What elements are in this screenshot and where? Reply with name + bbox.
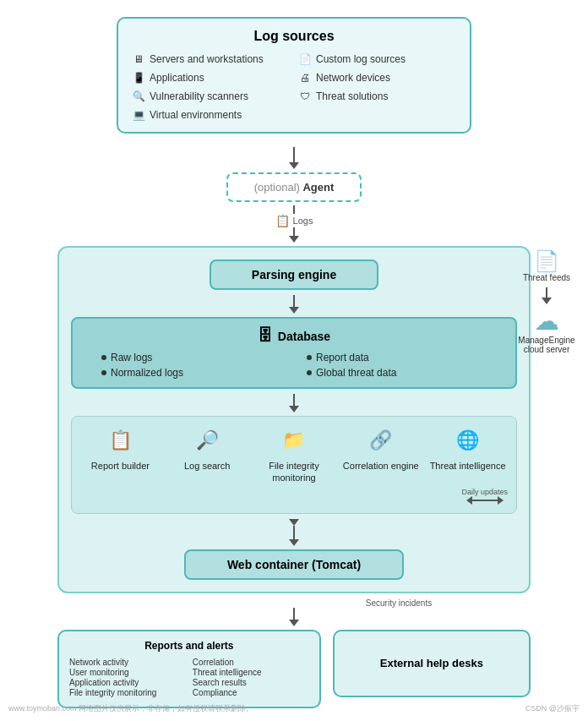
- tool-file-integrity: 📁 File integrity monitoring: [256, 425, 332, 484]
- threat-solutions-icon: 🛡: [298, 90, 312, 103]
- log-search-icon: 🔎: [192, 425, 222, 456]
- reports-col-left: Network activity User monitoring Applica…: [69, 658, 186, 698]
- list-item: Global threat data: [307, 367, 504, 379]
- tool-report-builder: 📋 Report builder: [82, 425, 158, 472]
- report-builder-icon: 📋: [105, 425, 135, 456]
- cloud-icon: ☁: [534, 306, 559, 336]
- applications-icon: 📱: [132, 71, 145, 85]
- log-item-label: Vulnerability scanners: [150, 90, 248, 102]
- arrow-logs: [293, 205, 295, 214]
- parsing-engine-box: Parsing engine: [210, 259, 378, 290]
- main-container: Parsing engine 🗄 Database: [57, 246, 531, 593]
- list-item: User monitoring: [69, 668, 186, 677]
- external-help-label: External help desks: [380, 657, 483, 669]
- cloud-server-box: ☁ ManageEngine cloud server: [517, 306, 576, 354]
- parsing-engine-label: Parsing engine: [252, 268, 336, 281]
- threat-feeds-doc-icon: 📄: [534, 249, 559, 273]
- list-item: Raw logs: [101, 352, 298, 363]
- reports-grid: Network activity User monitoring Applica…: [69, 658, 309, 698]
- log-item-label: Servers and workstations: [150, 53, 264, 65]
- tool-label: Report builder: [91, 460, 150, 472]
- tool-log-search: 🔎 Log search: [169, 425, 245, 472]
- tools-container: 📋 Report builder 🔎 Log search 📁 File int…: [71, 416, 517, 514]
- tools-row: 📋 Report builder 🔎 Log search 📁 File int…: [77, 425, 511, 484]
- list-item: Network activity: [69, 658, 186, 667]
- list-item: 🔍 Vulnerability scanners: [132, 90, 290, 103]
- vulnerability-icon: 🔍: [132, 90, 145, 103]
- db-item-label: Normalized logs: [111, 367, 183, 379]
- diagram-container: Log sources 🖥 Servers and workstations 📄…: [0, 0, 588, 721]
- log-item-label: Threat solutions: [316, 90, 388, 102]
- tool-label: Threat intelligence: [430, 460, 506, 472]
- list-item: Normalized logs: [101, 367, 298, 379]
- watermark: www.toymoban.com 网络图片仅供展示，非存储，如有侵权请联系删除。: [8, 703, 253, 714]
- manage-engine-label: ManageEngine cloud server: [517, 336, 576, 354]
- list-item: Correlation: [193, 658, 309, 667]
- virtual-icon: 💻: [132, 108, 145, 122]
- network-devices-icon: 🖨: [298, 71, 312, 85]
- db-item-label: Global threat data: [316, 367, 396, 379]
- list-item: Compliance: [193, 688, 309, 697]
- list-item: File integrity monitoring: [69, 688, 186, 697]
- agent-box: (optional) Agent: [226, 172, 362, 202]
- tool-label: Log search: [184, 460, 230, 472]
- list-item: 🖨 Network devices: [298, 71, 456, 85]
- db-item-label: Report data: [316, 352, 369, 363]
- logs-label: Logs: [293, 216, 313, 226]
- correlation-icon: 🔗: [366, 425, 396, 456]
- list-item: 🖥 Servers and workstations: [132, 52, 290, 66]
- list-item: Search results: [193, 678, 309, 687]
- double-arrow: [289, 519, 299, 546]
- reports-col-right: Correlation Threat intelligence Search r…: [193, 658, 309, 698]
- log-item-label: Network devices: [316, 72, 390, 84]
- external-help-box: External help desks: [333, 630, 531, 697]
- custom-log-icon: 📄: [298, 52, 312, 66]
- db-item-label: Raw logs: [111, 352, 152, 363]
- list-item: 📱 Applications: [132, 71, 290, 85]
- arrow-to-db: [289, 295, 299, 314]
- database-title: 🗄 Database: [84, 327, 504, 345]
- log-sources-grid: 🖥 Servers and workstations 📄 Custom log …: [132, 52, 456, 122]
- database-grid: Raw logs Report data Normalized logs Glo…: [84, 352, 504, 379]
- threat-feeds-label: Threat feeds: [523, 273, 570, 282]
- list-item: 🛡 Threat solutions: [298, 90, 456, 103]
- threat-feeds-arrow: [542, 287, 552, 304]
- log-item-label: Custom log sources: [316, 53, 406, 65]
- agent-label: Agent: [302, 181, 334, 194]
- log-sources-box: Log sources 🖥 Servers and workstations 📄…: [117, 17, 471, 134]
- optional-label: (optional): [254, 181, 300, 194]
- list-item: Threat intelligence: [193, 668, 309, 677]
- right-side-panel: 📄 Threat feeds ☁ ManageEngine cloud serv…: [517, 249, 576, 354]
- reports-alerts-box: Reports and alerts Network activity User…: [57, 630, 321, 708]
- db-cylinder-icon: 🗄: [258, 327, 273, 345]
- reports-title: Reports and alerts: [69, 640, 309, 652]
- daily-updates-label: Daily updates: [461, 488, 508, 496]
- tool-label: Correlation engine: [343, 460, 419, 472]
- tool-correlation: 🔗 Correlation engine: [343, 425, 419, 472]
- arrow-to-agent: [289, 147, 299, 169]
- log-sources-title: Log sources: [132, 29, 456, 44]
- threat-intelligence-icon: 🌐: [453, 425, 483, 456]
- log-item-label: Applications: [150, 72, 204, 84]
- database-box: 🗄 Database Raw logs Report data Normaliz…: [71, 317, 517, 389]
- log-item-label: Virtual environments: [150, 109, 242, 121]
- watermark2: CSDN @沙振宇: [525, 703, 580, 714]
- list-item: 💻 Virtual environments: [132, 108, 290, 122]
- tool-threat-intelligence: 🌐 Threat intelligence: [430, 425, 506, 472]
- security-incidents-label: Security incidents: [366, 598, 432, 608]
- arrow-to-bottom: [289, 608, 299, 626]
- web-container-label: Web container (Tomcat): [227, 558, 361, 571]
- servers-icon: 🖥: [132, 52, 145, 66]
- arrow-to-tools: [289, 394, 299, 412]
- list-item: 📄 Custom log sources: [298, 52, 456, 66]
- web-container-box: Web container (Tomcat): [184, 549, 404, 580]
- bottom-row: Reports and alerts Network activity User…: [57, 630, 531, 708]
- list-item: Application activity: [69, 678, 186, 687]
- file-integrity-icon: 📁: [279, 425, 309, 456]
- list-item: Report data: [307, 352, 504, 363]
- tool-label: File integrity monitoring: [256, 460, 332, 484]
